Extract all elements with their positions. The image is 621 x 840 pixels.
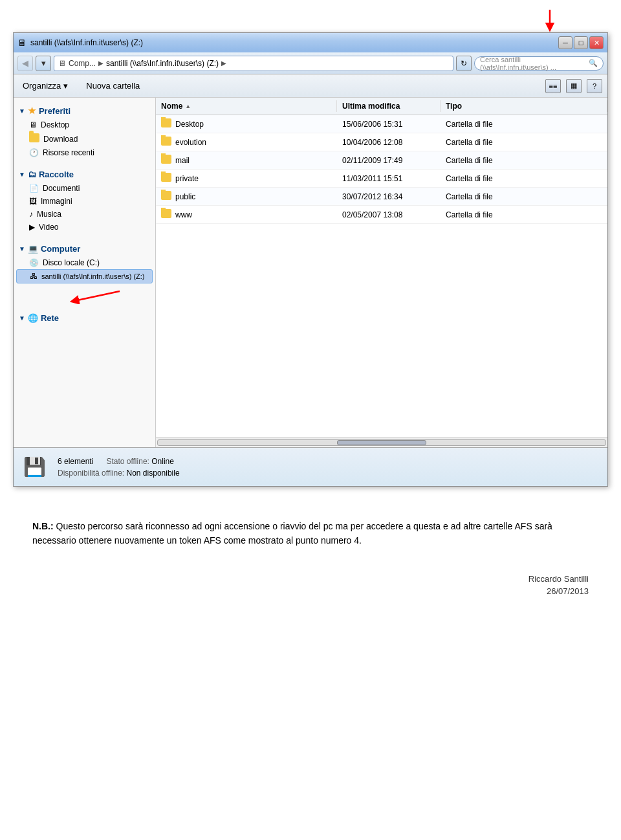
- address-bar: ◀ ▾ 🖥 Comp... ▶ santilli (\\afs\Inf.infn…: [14, 52, 607, 74]
- file-type: Cartella di file: [441, 155, 607, 166]
- availability-label: Disponibilità offline:: [58, 469, 124, 478]
- sidebar-item-immagini[interactable]: 🖼 Immagini: [16, 195, 153, 208]
- documenti-icon: 📄: [29, 184, 39, 193]
- table-row[interactable]: private 11/03/2011 15:51 Cartella di fil…: [156, 170, 607, 188]
- file-name: evolution: [175, 138, 206, 147]
- file-date: 02/11/2009 17:49: [337, 155, 441, 166]
- status-count: 6 elementi Stato offline: Online: [58, 457, 180, 466]
- sidebar-item-video-label: Video: [39, 223, 58, 232]
- offline-label: Stato offline:: [106, 457, 149, 466]
- musica-icon: ♪: [29, 210, 33, 219]
- table-row[interactable]: evolution 10/04/2006 12:08 Cartella di f…: [156, 133, 607, 151]
- file-name: private: [175, 174, 199, 183]
- sidebar-item-desktop[interactable]: 🖥 Desktop: [16, 118, 153, 131]
- address-path[interactable]: 🖥 Comp... ▶ santilli (\\afs\Inf.infn.it\…: [54, 56, 453, 71]
- file-folder-icon: [161, 209, 171, 220]
- toolbar-right: ≡≡ ▦ ?: [545, 79, 602, 93]
- collections-folder-icon: 🗂: [28, 170, 36, 179]
- horizontal-scrollbar[interactable]: [156, 437, 607, 447]
- view-toggle-button[interactable]: ▦: [566, 79, 582, 93]
- file-date: 15/06/2006 15:31: [337, 118, 441, 130]
- video-icon: ▶: [29, 223, 35, 232]
- sidebar-item-documenti[interactable]: 📄 Documenti: [16, 182, 153, 195]
- file-type: Cartella di file: [441, 173, 607, 184]
- table-row[interactable]: www 02/05/2007 13:08 Cartella di file: [156, 206, 607, 224]
- path-arrow-2: ▶: [221, 60, 226, 67]
- sidebar-section-favorites[interactable]: ▼ ★ Preferiti: [16, 103, 153, 118]
- back-button[interactable]: ◀: [17, 56, 33, 71]
- title-bar: 🖥 santilli (\\afs\Inf.infn.it\user\s) (Z…: [14, 33, 607, 52]
- file-date: 11/03/2011 15:51: [337, 173, 441, 184]
- file-name: Desktop: [175, 120, 204, 129]
- search-bar[interactable]: Cerca santilli (\\afs\Inf.infn.it\user\s…: [474, 56, 604, 71]
- file-rows: Desktop 15/06/2006 15:31 Cartella di fil…: [156, 115, 607, 437]
- favorites-arrow-icon: ▼: [19, 107, 25, 115]
- organize-dropdown-icon: ▾: [63, 81, 68, 91]
- status-availability: Disponibilità offline: Non disponibile: [58, 469, 180, 478]
- organize-button[interactable]: Organizza ▾: [19, 79, 72, 93]
- file-folder-icon: [161, 173, 171, 184]
- status-text: 6 elementi Stato offline: Online Disponi…: [58, 457, 180, 478]
- recent-icon: 🕐: [29, 148, 39, 157]
- network-label: Rete: [41, 313, 59, 323]
- sidebar: ▼ ★ Preferiti 🖥 Desktop Download 🕐: [14, 98, 156, 447]
- download-folder-icon: [29, 133, 39, 144]
- file-type: Cartella di file: [441, 137, 607, 148]
- forward-dropdown-button[interactable]: ▾: [36, 56, 51, 71]
- status-icon: 💾: [21, 454, 47, 480]
- sidebar-section-network[interactable]: ▼ 🌐 Rete: [16, 311, 153, 326]
- view-button[interactable]: ≡≡: [545, 79, 561, 93]
- sidebar-item-download[interactable]: Download: [16, 131, 153, 146]
- maximize-button[interactable]: □: [574, 36, 588, 49]
- file-folder-icon: [161, 191, 171, 202]
- path-comp-label: Comp...: [69, 59, 96, 68]
- desktop-icon: 🖥: [29, 120, 37, 129]
- computer-arrow-icon: ▼: [19, 245, 25, 252]
- table-row[interactable]: public 30/07/2012 16:34 Cartella di file: [156, 188, 607, 206]
- path-current: santilli (\\afs\Inf.infn.it\user\s) (Z:): [106, 59, 219, 68]
- col-date-label: Ultima modifica: [342, 102, 400, 111]
- sidebar-item-desktop-label: Desktop: [41, 120, 69, 129]
- file-date: 10/04/2006 12:08: [337, 137, 441, 148]
- path-arrow-1: ▶: [98, 60, 104, 67]
- organize-label: Organizza: [23, 81, 61, 91]
- help-button[interactable]: ?: [587, 79, 602, 93]
- footer: Riccardo Santilli 26/07/2013: [13, 561, 608, 609]
- availability-value: Non disponibile: [127, 469, 180, 478]
- diskc-icon: 💿: [29, 258, 39, 267]
- file-type: Cartella di file: [441, 209, 607, 221]
- table-row[interactable]: Desktop 15/06/2006 15:31 Cartella di fil…: [156, 115, 607, 133]
- sidebar-item-recent[interactable]: 🕐 Risorse recenti: [16, 146, 153, 159]
- table-row[interactable]: mail 02/11/2009 17:49 Cartella di file: [156, 151, 607, 170]
- status-bar: 💾 6 elementi Stato offline: Online Dispo…: [14, 447, 607, 486]
- path-computer: 🖥: [58, 59, 66, 68]
- file-name: www: [175, 210, 192, 219]
- collections-label: Raccolte: [39, 170, 74, 179]
- sidebar-item-video[interactable]: ▶ Video: [16, 221, 153, 234]
- file-folder-icon: [161, 118, 171, 129]
- new-folder-button[interactable]: Nuova cartella: [82, 79, 144, 93]
- note-section: N.B.: Questo percorso sarà riconnesso ad…: [13, 506, 608, 561]
- note-text: N.B.: Questo percorso sarà riconnesso ad…: [32, 519, 589, 548]
- computer-icon: 💻: [28, 244, 38, 254]
- file-name: public: [175, 192, 195, 201]
- col-type[interactable]: Tipo: [441, 100, 607, 112]
- sidebar-item-musica[interactable]: ♪ Musica: [16, 208, 153, 221]
- sidebar-item-immagini-label: Immagini: [41, 197, 72, 206]
- file-list-header: Nome ▲ Ultima modifica Tipo: [156, 98, 607, 115]
- offline-value: Online: [151, 457, 174, 466]
- close-button[interactable]: ✕: [589, 36, 604, 49]
- refresh-button[interactable]: ↻: [456, 56, 472, 71]
- santilli-icon: 🖧: [30, 272, 38, 281]
- col-date[interactable]: Ultima modifica: [337, 100, 441, 112]
- favorites-star-icon: ★: [28, 105, 36, 116]
- file-date: 02/05/2007 13:08: [337, 209, 441, 221]
- col-name-sort-icon: ▲: [185, 103, 191, 109]
- favorites-label: Preferiti: [39, 106, 71, 116]
- file-folder-icon: [161, 155, 171, 166]
- file-date: 30/07/2012 16:34: [337, 191, 441, 203]
- minimize-button[interactable]: ─: [558, 36, 572, 49]
- col-name[interactable]: Nome ▲: [156, 100, 337, 112]
- sidebar-section-collections[interactable]: ▼ 🗂 Raccolte: [16, 167, 153, 182]
- note-prefix: N.B.:: [32, 521, 54, 531]
